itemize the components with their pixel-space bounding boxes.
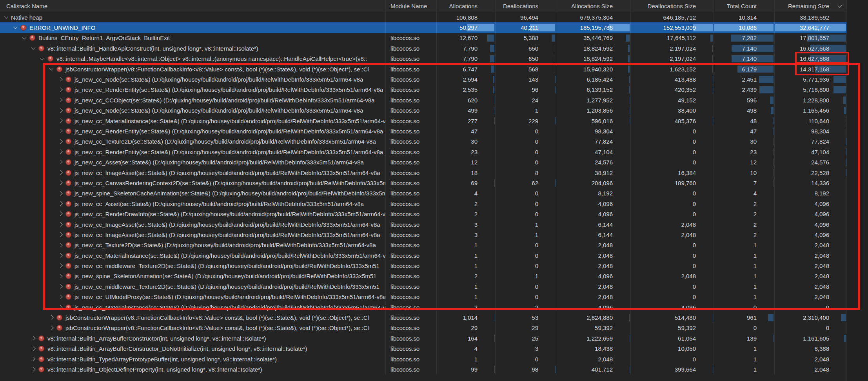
table-row[interactable]: js_new_cc_MaterialInstance(se::State&) (… (0, 250, 868, 261)
table-row[interactable]: v8::internal::Builtin_TypedArrayPrototyp… (0, 354, 868, 364)
callstack-cell: v8::internal::MaybeHandle<v8::internal::… (0, 54, 385, 64)
chevron-down-icon[interactable] (30, 43, 37, 53)
column-header-allocations[interactable]: Allocations (436, 0, 495, 12)
table-row[interactable]: js_new_cc_Asset(se::State&) (D:/qiuxing/… (0, 199, 868, 209)
table-row[interactable]: js_new_cc_RenderDrawInfo(se::State&) (D:… (0, 209, 868, 219)
chevron-right-icon[interactable] (57, 292, 64, 302)
table-row[interactable]: jsbConstructorWrapper(v8::FunctionCallba… (0, 64, 868, 74)
cell-value: 0 (693, 252, 696, 259)
chevron-right-icon[interactable] (57, 147, 64, 157)
chevron-right-icon[interactable] (48, 323, 55, 333)
chevron-right-icon[interactable] (30, 364, 37, 374)
table-row[interactable]: v8::internal::Builtin_ArrayBufferConstru… (0, 333, 868, 343)
chevron-down-icon[interactable] (3, 12, 10, 22)
column-header-allocations-size[interactable]: Allocations Size (556, 0, 630, 12)
deallocations-cell: 0 (495, 126, 556, 136)
table-row[interactable]: js_new_cc_ImageAsset(se::State&) (D:/qiu… (0, 168, 868, 178)
chevron-right-icon[interactable] (57, 137, 64, 147)
cell-value: 4,096 (814, 232, 829, 238)
chevron-right-icon[interactable] (57, 199, 64, 209)
table-row[interactable]: Builtins_CEntry_Return1_ArgvOnStack_Buil… (0, 33, 868, 43)
chevron-right-icon[interactable] (57, 281, 64, 292)
chevron-right-icon[interactable] (57, 240, 64, 250)
cell-value: 2,048 (681, 221, 696, 228)
table-row[interactable]: js_new_cc_RenderEntity(se::State&) (D:/q… (0, 147, 868, 157)
chevron-right-icon[interactable] (30, 354, 37, 364)
table-row[interactable]: jsbConstructorWrapper(v8::FunctionCallba… (0, 323, 868, 333)
deallocations-size-cell: 0 (630, 126, 714, 136)
chevron-right-icon[interactable] (57, 271, 64, 281)
chevron-down-icon[interactable] (48, 64, 55, 74)
table-row[interactable]: js_new_cc_Asset(se::State&) (D:/qiuxing/… (0, 157, 868, 167)
table-row[interactable]: js_new_cc_RenderEntity(se::State&) (D:/q… (0, 85, 868, 95)
callstack-label: js_new_cc_ImageAsset(se::State&) (D:/qiu… (74, 170, 380, 176)
chevron-right-icon[interactable] (57, 209, 64, 219)
total-count-cell: 596 (714, 95, 774, 105)
cell-value: 10,314 (739, 14, 757, 21)
table-row[interactable]: js_new_cc_ImageAsset(se::State&) (D:/qiu… (0, 219, 868, 230)
table-row[interactable]: js_new_cc_middleware_Texture2D(se::State… (0, 261, 868, 271)
function-icon (65, 97, 71, 103)
deallocations-cell: 0 (495, 199, 556, 209)
chevron-right-icon[interactable] (48, 312, 55, 323)
cell-value: 4 (474, 345, 478, 352)
chevron-right-icon[interactable] (57, 261, 64, 271)
column-header-total-count[interactable]: Total Count (714, 0, 774, 12)
table-row[interactable]: v8::internal::Builtin_ArrayBufferConstru… (0, 344, 868, 354)
chevron-right-icon[interactable] (57, 168, 64, 178)
table-row[interactable]: js_new_cc_Node(se::State&) (D:/qiuxing/h… (0, 74, 868, 84)
chevron-right-icon[interactable] (57, 95, 64, 105)
table-row[interactable]: v8::internal::Builtin_HandleApiConstruct… (0, 43, 868, 53)
column-header-deallocations[interactable]: Deallocations (495, 0, 556, 12)
chevron-right-icon[interactable] (57, 302, 64, 312)
chevron-right-icon[interactable] (57, 230, 64, 240)
module-cell: libcocos.so (385, 312, 436, 323)
cell-value: 2,048 (681, 273, 696, 279)
table-row[interactable]: js_new_cc_MaterialInstance(se::State&) (… (0, 302, 868, 312)
chevron-down-icon[interactable] (39, 54, 46, 64)
chevron-right-icon[interactable] (57, 219, 64, 230)
chevron-right-icon[interactable] (30, 333, 37, 343)
cell-value: 2,048 (814, 293, 829, 300)
remaining-size-cell: 5,771,936 (774, 74, 847, 84)
chevron-down-icon[interactable] (21, 33, 28, 43)
column-header-deallocations-size[interactable]: Deallocations Size (630, 0, 714, 12)
table-row[interactable]: js_new_cc_UIModelProxy(se::State&) (D:/q… (0, 292, 868, 302)
chevron-right-icon[interactable] (57, 126, 64, 136)
table-row[interactable]: v8::internal::MaybeHandle<v8::internal::… (0, 54, 868, 64)
chevron-down-icon[interactable] (12, 22, 19, 33)
chevron-right-icon[interactable] (57, 250, 64, 261)
table-row[interactable]: js_new_cc_Texture2D(se::State&) (D:/qiux… (0, 240, 868, 250)
column-header-module-name[interactable]: Module Name (385, 0, 436, 12)
table-row[interactable]: ERROR_UNWIND_INFO 50,297 40,211 185,195,… (0, 22, 868, 33)
chevron-right-icon[interactable] (57, 188, 64, 199)
chevron-right-icon[interactable] (30, 344, 37, 354)
cell-value: 1 (474, 252, 478, 259)
chevron-right-icon[interactable] (57, 116, 64, 126)
table-row[interactable]: js_new_cc_ImageAsset(se::State&) (D:/qiu… (0, 230, 868, 240)
chevron-right-icon[interactable] (57, 85, 64, 95)
column-header-callstack-name[interactable]: Callstack Name (0, 0, 385, 12)
callstack-label: v8::internal::Builtin_ArrayBufferConstru… (47, 335, 266, 342)
cell-value: 17,645,112 (667, 35, 696, 41)
table-row[interactable]: js_new_cc_RenderEntity(se::State&) (D:/q… (0, 126, 868, 136)
chevron-right-icon[interactable] (57, 106, 64, 116)
table-row[interactable]: Native heap 106,808 96,494 679,375,304 6… (0, 12, 868, 22)
table-row[interactable]: js_new_cc_CCObject(se::State&) (D:/qiuxi… (0, 95, 868, 105)
table-row[interactable]: jsbConstructorWrapper(v8::FunctionCallba… (0, 312, 868, 323)
table-row[interactable]: js_new_cc_Node(se::State&) (D:/qiuxing/h… (0, 106, 868, 116)
chevron-right-icon[interactable] (57, 178, 64, 188)
cell-value: 2,048 (814, 242, 829, 248)
table-row[interactable]: js_new_cc_Texture2D(se::State&) (D:/qiux… (0, 137, 868, 147)
chevron-right-icon[interactable] (57, 74, 64, 84)
table-row[interactable]: v8::internal::Builtin_ObjectDefineProper… (0, 364, 868, 374)
table-row[interactable]: js_new_cc_MaterialInstance(se::State&) (… (0, 116, 868, 126)
chevron-right-icon[interactable] (57, 157, 64, 167)
column-header-remaining-size[interactable]: Remaining Size (774, 0, 847, 12)
table-row[interactable]: js_new_spine_SkeletonAnimation(se::State… (0, 271, 868, 281)
table-row[interactable]: js_new_cc_middleware_Texture2D(se::State… (0, 281, 868, 292)
module-cell: libcocos.so (385, 147, 436, 157)
allocations-size-cell: 2,048 (556, 354, 630, 364)
table-row[interactable]: js_new_cc_CanvasRenderingContext2D(se::S… (0, 178, 868, 188)
table-row[interactable]: js_new_spine_SkeletonCacheAnimation(se::… (0, 188, 868, 199)
